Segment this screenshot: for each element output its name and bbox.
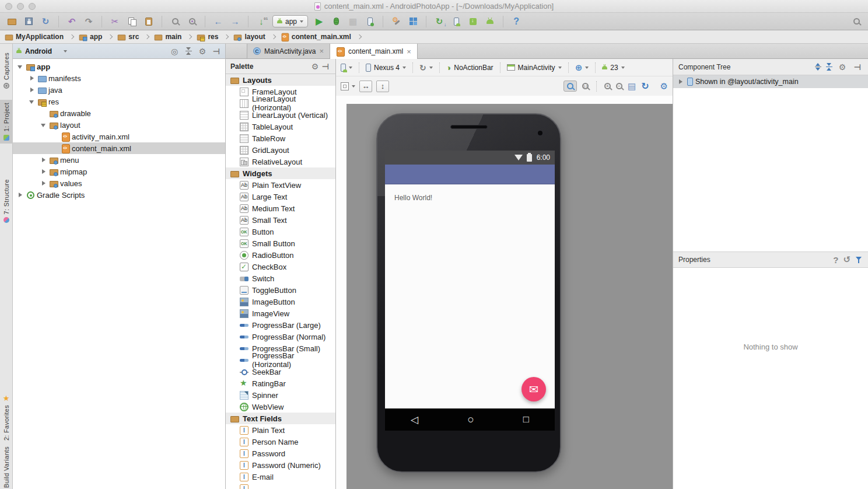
tab-mainactivity-java[interactable]: C MainActivity.java xyxy=(247,44,330,58)
gear-icon[interactable] xyxy=(837,62,848,72)
close-window-button[interactable] xyxy=(5,3,12,10)
expand-arrow[interactable] xyxy=(28,98,36,106)
palette-item[interactable]: Large Text xyxy=(226,191,335,202)
breadcrumb-item[interactable]: layout xyxy=(233,33,280,41)
breadcrumb-item[interactable]: src xyxy=(117,33,154,41)
zoom-window-button[interactable] xyxy=(29,3,36,10)
tool-button-build-variants[interactable]: Build Variants xyxy=(3,443,10,489)
expand-arrow[interactable] xyxy=(40,180,48,187)
tree-item[interactable]: activity_main.xml xyxy=(13,131,225,142)
annotate-icon[interactable] xyxy=(256,16,267,27)
project-structure-icon[interactable] xyxy=(407,16,419,27)
palette-item[interactable]: Small Button xyxy=(226,237,335,249)
breadcrumb-item[interactable]: MyApplication xyxy=(5,33,79,41)
palette-item[interactable]: Small Text xyxy=(226,214,335,226)
tree-item[interactable]: manifests xyxy=(13,72,225,84)
save-icon[interactable] xyxy=(23,16,34,27)
cut-icon[interactable] xyxy=(109,16,121,27)
design-canvas[interactable]: 6:00 Hello World! xyxy=(336,96,673,489)
zoom-fit-mode-select[interactable] xyxy=(341,82,355,90)
debug-icon[interactable] xyxy=(330,16,342,27)
tree-item[interactable]: mipmap xyxy=(13,166,225,177)
expand-arrow[interactable] xyxy=(28,86,36,94)
hide-panel-icon[interactable] xyxy=(211,46,222,57)
component-tree-root-node[interactable]: Shown in @layout/activity_main xyxy=(673,75,868,88)
api-version-select[interactable]: 23 xyxy=(602,64,624,72)
tree-item[interactable]: Gradle Scripts xyxy=(13,189,225,201)
palette-item[interactable]: Person Name xyxy=(226,436,335,448)
open-icon[interactable] xyxy=(6,16,18,27)
run-icon[interactable] xyxy=(313,16,325,27)
replace-icon[interactable] xyxy=(186,16,198,27)
tool-button-project[interactable]: 1: Project xyxy=(0,100,13,143)
expand-arrow[interactable] xyxy=(677,78,685,86)
tool-button-captures[interactable]: Captures xyxy=(3,50,10,92)
expand-arrow[interactable] xyxy=(16,63,24,71)
expand-arrow[interactable] xyxy=(16,191,24,199)
breadcrumb-item[interactable]: main xyxy=(154,33,197,41)
nav-home-icon[interactable] xyxy=(467,413,474,426)
palette-item[interactable]: Widgets xyxy=(226,167,335,179)
scroll-to-source-icon[interactable] xyxy=(169,46,180,57)
gradle-sync-icon[interactable] xyxy=(433,16,445,27)
gear-icon[interactable] xyxy=(310,61,320,72)
palette-item[interactable]: Password (Numeric) xyxy=(226,459,335,471)
palette-item[interactable]: Password xyxy=(226,448,335,459)
expand-arrow[interactable] xyxy=(28,75,36,82)
palette-item[interactable]: Medium Text xyxy=(226,202,335,214)
orientation-select[interactable] xyxy=(419,63,433,72)
close-tab-icon[interactable] xyxy=(407,48,411,55)
tree-item[interactable]: values xyxy=(13,177,225,189)
palette-item[interactable]: ToggleButton xyxy=(226,284,335,296)
avd-manager-icon[interactable] xyxy=(450,16,462,27)
palette-item[interactable]: CheckBox xyxy=(226,261,335,273)
chevron-down-icon[interactable] xyxy=(64,50,67,53)
palette-item[interactable]: Switch xyxy=(226,273,335,284)
copy-icon[interactable] xyxy=(126,16,138,27)
tree-item[interactable]: res xyxy=(13,96,225,107)
palette-item[interactable]: RatingBar xyxy=(226,378,335,389)
tree-item[interactable]: layout xyxy=(13,119,225,131)
content-area[interactable]: Hello World! xyxy=(385,184,555,408)
palette-item[interactable]: LinearLayout (Vertical) xyxy=(226,109,335,121)
nav-recents-icon[interactable] xyxy=(523,414,529,425)
palette-item[interactable]: TableLayout xyxy=(226,121,335,132)
device-select[interactable]: Nexus 4 xyxy=(366,64,406,72)
synchronize-icon[interactable] xyxy=(40,16,51,27)
settings-icon[interactable] xyxy=(390,16,402,27)
expand-arrow[interactable] xyxy=(51,145,60,152)
navigate-back-icon[interactable] xyxy=(212,16,224,27)
expand-all-icon[interactable] xyxy=(815,63,821,71)
device-screen[interactable]: 6:00 Hello World! xyxy=(385,151,555,431)
tree-item[interactable]: java xyxy=(13,84,225,96)
tree-item[interactable]: content_main.xml xyxy=(13,142,225,154)
expand-arrow[interactable] xyxy=(40,156,48,164)
zoom-in-icon[interactable]: + xyxy=(604,83,611,89)
expand-arrow[interactable] xyxy=(40,121,48,129)
app-bar[interactable] xyxy=(385,165,555,184)
palette-item[interactable]: Plain Text xyxy=(226,424,335,436)
palette-item[interactable]: LinearLayout (Horizontal) xyxy=(226,97,335,109)
palette-item[interactable]: RadioButton xyxy=(226,249,335,261)
palette-item[interactable]: Layouts xyxy=(226,74,335,86)
sdk-manager-icon[interactable] xyxy=(467,16,479,27)
paste-icon[interactable] xyxy=(143,16,155,27)
close-tab-icon[interactable] xyxy=(319,47,324,55)
run-with-coverage-icon[interactable] xyxy=(347,16,359,27)
minimize-window-button[interactable] xyxy=(17,3,24,10)
collapse-all-icon[interactable] xyxy=(183,46,194,57)
palette-item[interactable]: ProgressBar (Large) xyxy=(226,319,335,331)
tree-item[interactable]: drawable xyxy=(13,107,225,119)
palette-item[interactable]: E-mail xyxy=(226,471,335,483)
tool-button-structure[interactable]: 7: Structure xyxy=(3,176,10,226)
tab-content-main-xml[interactable]: content_main.xml xyxy=(330,44,418,59)
zoom-out-icon[interactable]: − xyxy=(616,83,622,89)
breadcrumb-item[interactable]: content_main.xml xyxy=(281,33,366,41)
palette-item[interactable]: TableRow xyxy=(226,132,335,144)
palette-item[interactable]: ImageButton xyxy=(226,296,335,308)
palette-item[interactable]: GridLayout xyxy=(226,144,335,156)
tool-button-favorites[interactable]: ★ 2: Favorites xyxy=(3,392,10,443)
undo-icon[interactable] xyxy=(66,16,78,27)
gear-icon[interactable] xyxy=(197,46,208,57)
navigate-forward-icon[interactable] xyxy=(229,16,241,27)
